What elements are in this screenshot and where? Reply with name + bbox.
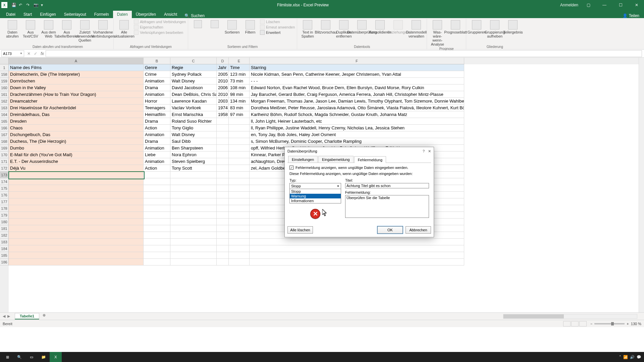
cell[interactable]: 2010: [217, 78, 229, 84]
cell[interactable]: Drama: [144, 118, 170, 125]
cell[interactable]: 83 min: [229, 105, 250, 111]
btn-alle-aktualisieren[interactable]: Alle aktualisieren: [116, 19, 132, 39]
cell[interactable]: [217, 145, 229, 152]
cell[interactable]: Crime: [144, 71, 170, 78]
cell[interactable]: 2005: [217, 71, 229, 78]
horizontal-scrollbar[interactable]: [503, 314, 637, 319]
tab-ueberpruefen[interactable]: Überprüfen: [132, 11, 160, 18]
cell[interactable]: Teenagers: [144, 105, 170, 111]
vertical-scrollbar[interactable]: [639, 58, 644, 312]
cell[interactable]: [144, 232, 170, 239]
cell[interactable]: E.T. - Der Ausserirdische: [9, 158, 144, 165]
btn-datenmodell[interactable]: Datenmodell verwalten: [408, 19, 425, 39]
cell[interactable]: 123 min: [229, 71, 250, 78]
cell[interactable]: Genre: [144, 64, 170, 71]
cell[interactable]: - - -: [250, 78, 464, 84]
row-header[interactable]: 182: [0, 232, 9, 239]
btn-sort-za[interactable]: [207, 19, 222, 29]
cell[interactable]: [229, 198, 250, 205]
tab-formeln[interactable]: Formeln: [90, 11, 113, 18]
row-header[interactable]: 161: [0, 91, 9, 98]
cell[interactable]: [9, 259, 144, 265]
select-all-corner[interactable]: [0, 58, 9, 64]
cell[interactable]: Nora Ephron: [170, 152, 217, 158]
cell[interactable]: [217, 178, 229, 185]
cell[interactable]: [170, 225, 217, 232]
cell[interactable]: Karlheinz Böhm, Rudolf Schock, Magda Sch…: [250, 111, 464, 118]
cell[interactable]: [9, 185, 144, 192]
cell[interactable]: [144, 198, 170, 205]
cell[interactable]: [9, 192, 144, 198]
cell[interactable]: [217, 158, 229, 165]
cell[interactable]: [170, 198, 217, 205]
cell[interactable]: [9, 232, 144, 239]
btn-daten-abrufen[interactable]: Daten abrufen: [4, 19, 21, 39]
cell[interactable]: [170, 192, 217, 198]
view-pagelayout-button[interactable]: [571, 321, 579, 326]
col-header-D[interactable]: D: [217, 58, 229, 64]
qat-camera-icon[interactable]: 📷: [34, 3, 38, 7]
col-header-E[interactable]: E: [229, 58, 250, 64]
cell[interactable]: Horror: [144, 98, 170, 105]
row-header[interactable]: 179: [0, 212, 9, 219]
cell[interactable]: [144, 212, 170, 219]
zoom-out-button[interactable]: −: [590, 322, 592, 326]
row-header[interactable]: 169: [0, 145, 9, 152]
row-header[interactable]: 184: [0, 245, 9, 252]
cell[interactable]: [229, 192, 250, 198]
row-header[interactable]: 168: [0, 138, 9, 145]
cell[interactable]: [144, 219, 170, 225]
dialog-close-button[interactable]: ✕: [428, 149, 431, 154]
cell[interactable]: [144, 178, 170, 185]
cell[interactable]: [170, 205, 217, 212]
btn-datenueberpruefung[interactable]: Datenüberprüfung: [354, 19, 370, 35]
cell[interactable]: Animation: [144, 145, 170, 152]
row-header[interactable]: 186: [0, 259, 9, 265]
cell[interactable]: [9, 178, 144, 185]
cell[interactable]: Animation: [144, 158, 170, 165]
zoom-in-button[interactable]: +: [627, 322, 629, 326]
cell[interactable]: [144, 205, 170, 212]
cell[interactable]: 108 min: [229, 84, 250, 91]
cell[interactable]: s, Simon McBurney, Dominic Cooper, Charl…: [250, 138, 464, 145]
cell[interactable]: Drama: [144, 84, 170, 91]
row-header[interactable]: 175: [0, 185, 9, 192]
file-explorer-icon[interactable]: 📁: [38, 352, 50, 362]
cell[interactable]: Ben Sharpsteen: [170, 145, 217, 152]
cell[interactable]: [217, 245, 229, 252]
start-button[interactable]: ⊞: [1, 352, 13, 362]
qat-save-icon[interactable]: 💾: [11, 3, 16, 7]
cell[interactable]: Jay Baruchel, Gerard Butler, Craig Fergu…: [250, 91, 464, 98]
sheet-nav-next-icon[interactable]: ▶: [7, 314, 10, 318]
taskbar-search-icon[interactable]: 🔍: [13, 352, 25, 362]
cell[interactable]: [217, 118, 229, 125]
tell-me-search[interactable]: 🔍 Suchen: [181, 13, 208, 18]
cell[interactable]: [229, 131, 250, 138]
col-header-B[interactable]: B: [144, 58, 170, 64]
cell[interactable]: [250, 252, 464, 259]
cell[interactable]: [217, 252, 229, 259]
tray-volume-icon[interactable]: 🔊: [630, 355, 635, 359]
cell[interactable]: Saul Dibb: [170, 138, 217, 145]
btn-teilergebnis[interactable]: Teilergebnis: [504, 19, 521, 35]
row-header[interactable]: 160: [0, 84, 9, 91]
cell[interactable]: [170, 219, 217, 225]
cell[interactable]: [229, 165, 250, 172]
row-erweitert[interactable]: Erweitert: [260, 30, 295, 35]
row-header[interactable]: 163: [0, 105, 9, 111]
cell[interactable]: [250, 259, 464, 265]
dialog-tab-einstellungen[interactable]: Einstellungen: [288, 156, 318, 163]
col-header-C[interactable]: C: [170, 58, 217, 64]
cell[interactable]: [229, 212, 250, 219]
task-view-icon[interactable]: ▭: [25, 352, 38, 362]
message-field-input[interactable]: Überprüfen Sie die Tabelle: [345, 195, 429, 218]
cell[interactable]: Vaclav Vorlicek: [170, 105, 217, 111]
col-header-A[interactable]: A: [9, 58, 144, 64]
row-header[interactable]: 164: [0, 111, 9, 118]
tray-wifi-icon[interactable]: 📶: [623, 355, 628, 359]
cell[interactable]: [217, 125, 229, 131]
cell[interactable]: Dreamcatcher: [9, 98, 144, 105]
row-header[interactable]: 174: [0, 178, 9, 185]
cell[interactable]: [229, 239, 250, 245]
col-header-F[interactable]: F: [250, 58, 464, 64]
